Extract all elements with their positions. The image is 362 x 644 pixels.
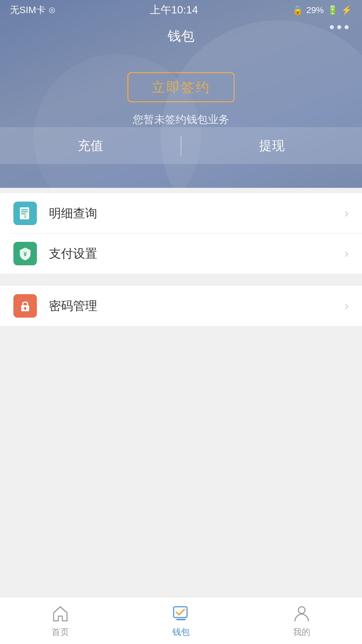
password-chevron: › bbox=[345, 299, 349, 313]
svg-rect-1 bbox=[21, 209, 28, 210]
bottom-nav: 首页 钱包 我的 bbox=[0, 597, 362, 644]
password-label: 密码管理 bbox=[49, 298, 345, 314]
charging-icon: ⚡ bbox=[341, 5, 352, 15]
battery-bar: 🔋 bbox=[327, 5, 338, 15]
page-title: 钱包 bbox=[168, 27, 194, 45]
nav-mine[interactable]: 我的 bbox=[241, 603, 362, 638]
svg-text:¥: ¥ bbox=[24, 214, 26, 219]
withdraw-button[interactable]: 提现 bbox=[181, 127, 362, 164]
home-icon bbox=[50, 603, 70, 624]
menu-item-payment[interactable]: ¥ 支付设置 › bbox=[0, 233, 362, 274]
menu-section: ¥ 明细查询 › ¥ 支付设置 › bbox=[0, 193, 362, 274]
status-bar: 无SIM卡 ⊙ 上午10:14 🔒 29% 🔋 ⚡ bbox=[0, 0, 362, 20]
nav-home-label: 首页 bbox=[52, 626, 69, 638]
nav-wallet-label: 钱包 bbox=[172, 626, 190, 638]
status-time: 上午10:14 bbox=[150, 3, 198, 17]
detail-label: 明细查询 bbox=[49, 205, 345, 222]
payment-chevron: › bbox=[345, 247, 349, 261]
status-left: 无SIM卡 ⊙ bbox=[10, 4, 56, 16]
nav-wallet[interactable]: 钱包 bbox=[121, 603, 241, 638]
action-divider bbox=[181, 136, 181, 156]
hero-section: 无SIM卡 ⊙ 上午10:14 🔒 29% 🔋 ⚡ 钱包 立即签约 您暂未签约钱… bbox=[0, 0, 362, 188]
password-icon bbox=[13, 294, 37, 318]
nav-mine-label: 我的 bbox=[293, 626, 310, 638]
svg-point-11 bbox=[298, 607, 305, 613]
svg-rect-8 bbox=[25, 308, 26, 310]
status-right: 🔒 29% 🔋 ⚡ bbox=[292, 5, 352, 15]
battery-percent: 29% bbox=[306, 5, 324, 15]
dot-3 bbox=[345, 25, 349, 29]
mine-icon bbox=[292, 603, 312, 624]
menu-item-detail[interactable]: ¥ 明细查询 › bbox=[0, 193, 362, 233]
menu-section-2: 密码管理 › bbox=[0, 286, 362, 326]
nav-home[interactable]: 首页 bbox=[0, 603, 121, 638]
detail-chevron: › bbox=[345, 206, 349, 220]
action-row: 充值 提现 bbox=[0, 127, 362, 164]
section-separator bbox=[0, 274, 362, 280]
sign-button[interactable]: 立即签约 bbox=[127, 72, 235, 102]
svg-rect-10 bbox=[176, 619, 186, 620]
svg-rect-2 bbox=[21, 211, 28, 212]
dot-2 bbox=[337, 25, 341, 29]
more-dots-button[interactable] bbox=[330, 25, 349, 29]
sign-hint: 您暂未签约钱包业务 bbox=[133, 112, 229, 127]
wallet-icon bbox=[171, 603, 191, 624]
menu-item-password[interactable]: 密码管理 › bbox=[0, 286, 362, 326]
dot-1 bbox=[330, 25, 334, 29]
battery-icon: 🔒 bbox=[292, 5, 303, 15]
payment-icon: ¥ bbox=[13, 242, 37, 265]
svg-text:¥: ¥ bbox=[23, 251, 27, 258]
payment-label: 支付设置 bbox=[49, 246, 345, 262]
recharge-button[interactable]: 充值 bbox=[0, 127, 181, 164]
detail-icon: ¥ bbox=[13, 202, 37, 225]
